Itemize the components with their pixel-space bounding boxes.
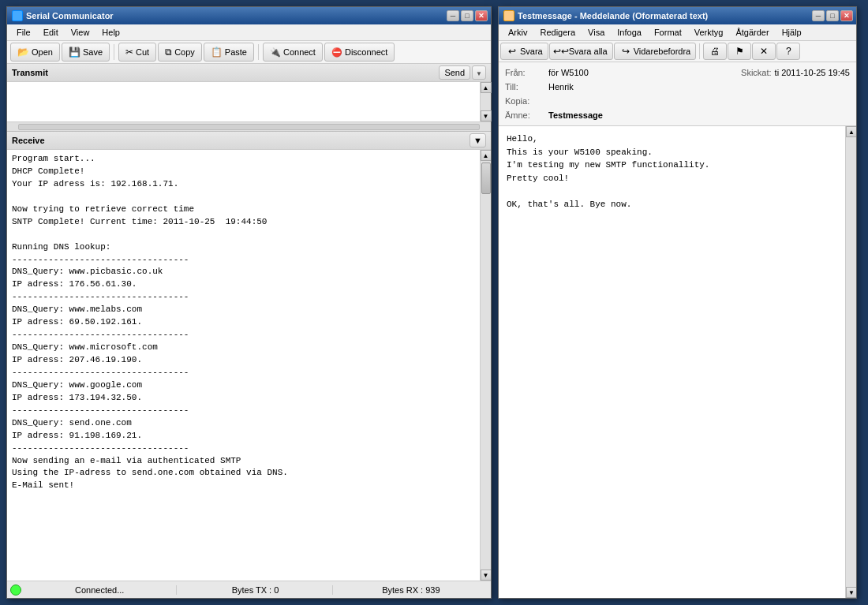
receive-scroll-thumb[interactable] bbox=[481, 162, 491, 194]
connect-icon bbox=[270, 47, 281, 58]
copy-button[interactable]: Copy bbox=[158, 43, 202, 62]
cut-button[interactable]: Cut bbox=[118, 43, 156, 62]
serial-minimize-button[interactable]: ─ bbox=[447, 10, 459, 21]
email-title-label: Testmessage - Meddelande (Oformaterad te… bbox=[518, 11, 708, 21]
bytes-tx-status: Bytes TX : 0 bbox=[178, 585, 332, 595]
receive-label: Receive bbox=[12, 136, 45, 145]
send-button[interactable]: Send bbox=[439, 65, 470, 80]
save-button[interactable]: Save bbox=[62, 43, 110, 62]
open-icon bbox=[17, 47, 29, 58]
receive-dropdown-icon: ▼ bbox=[473, 136, 482, 145]
email-toolbar-sep-1 bbox=[699, 43, 700, 59]
from-row: Från: för W5100 Skickat: ti 2011-10-25 1… bbox=[505, 65, 850, 80]
send-dropdown-button[interactable] bbox=[472, 65, 486, 80]
paste-icon bbox=[211, 47, 223, 58]
to-row: Till: Henrik bbox=[505, 80, 850, 94]
email-vscroll[interactable]: ▲ ▼ bbox=[845, 126, 856, 598]
send-dropdown-icon bbox=[476, 68, 482, 77]
vidarebefordra-button[interactable]: ↪ Vidarebefordra bbox=[614, 43, 697, 60]
help-icon: ? bbox=[782, 45, 795, 58]
email-toolbar: ↩ Svara ↩↩ Svara alla ↪ Vidarebefordra 🖨… bbox=[499, 41, 856, 62]
serial-close-button[interactable]: ✕ bbox=[475, 10, 488, 21]
toolbar-sep-2 bbox=[258, 44, 259, 60]
email-menu-hjalp[interactable]: Hjälp bbox=[776, 26, 808, 39]
serial-menu-bar: File Edit View Help bbox=[7, 24, 491, 41]
paste-button[interactable]: Paste bbox=[204, 43, 254, 62]
serial-menu-edit[interactable]: Edit bbox=[37, 26, 65, 39]
cut-icon bbox=[125, 47, 133, 58]
from-value: för W5100 bbox=[548, 68, 741, 77]
receive-body: Program start... DHCP Complete! Your IP … bbox=[7, 150, 480, 581]
transmit-hscroll[interactable] bbox=[7, 121, 491, 131]
disconnect-icon bbox=[331, 47, 342, 58]
sent-label: Skickat: bbox=[741, 68, 772, 77]
email-menu-redigera[interactable]: Redigera bbox=[533, 26, 582, 39]
serial-menu-help[interactable]: Help bbox=[95, 26, 126, 39]
transmit-input-row: ▲ ▼ bbox=[7, 82, 491, 121]
flag-button[interactable]: ⚑ bbox=[728, 43, 751, 60]
receive-body-row: Program start... DHCP Complete! Your IP … bbox=[7, 150, 491, 581]
email-menu-infoga[interactable]: Infoga bbox=[611, 26, 648, 39]
serial-title-bar: Serial Communicator ─ □ ✕ bbox=[7, 7, 491, 24]
email-scroll-up[interactable]: ▲ bbox=[846, 126, 856, 137]
svara-button[interactable]: ↩ Svara bbox=[500, 43, 548, 60]
delete-icon: ✕ bbox=[758, 45, 770, 58]
flag-icon: ⚑ bbox=[733, 45, 746, 58]
transmit-textarea[interactable] bbox=[7, 82, 480, 121]
svara-icon: ↩ bbox=[506, 45, 518, 58]
email-window-controls: ─ □ ✕ bbox=[812, 10, 853, 21]
svara-alla-icon: ↩↩ bbox=[555, 45, 567, 58]
receive-section: Receive ▼ Program start... DHCP Complete… bbox=[7, 132, 491, 581]
disconnect-button[interactable]: Disconnect bbox=[324, 43, 395, 62]
svara-alla-button[interactable]: ↩↩ Svara alla bbox=[549, 43, 613, 60]
email-menu-atgarder[interactable]: Åtgärder bbox=[729, 26, 775, 39]
serial-status-bar: Connected... Bytes TX : 0 Bytes RX : 939 bbox=[7, 581, 491, 598]
email-menu-format[interactable]: Format bbox=[648, 26, 688, 39]
bytes-rx-status: Bytes RX : 939 bbox=[335, 585, 488, 595]
email-menu-visa[interactable]: Visa bbox=[582, 26, 611, 39]
transmit-section: Transmit Send ▲ ▼ bbox=[7, 64, 491, 132]
connect-button[interactable]: Connect bbox=[263, 43, 323, 62]
to-label: Till: bbox=[505, 82, 548, 91]
email-menu-verktyg[interactable]: Verktyg bbox=[688, 26, 730, 39]
receive-vscroll[interactable]: ▲ ▼ bbox=[480, 150, 491, 581]
receive-dropdown-button[interactable]: ▼ bbox=[470, 133, 486, 148]
connection-indicator bbox=[10, 584, 21, 596]
copy-icon bbox=[165, 47, 172, 58]
receive-scroll-up[interactable]: ▲ bbox=[481, 150, 492, 161]
email-title-text: Testmessage - Meddelande (Oformaterad te… bbox=[503, 10, 708, 21]
transmit-label: Transmit bbox=[12, 68, 48, 77]
serial-maximize-button[interactable]: □ bbox=[461, 10, 473, 21]
email-maximize-button[interactable]: □ bbox=[826, 10, 839, 21]
transmit-controls: Send bbox=[439, 65, 486, 80]
delete-button[interactable]: ✕ bbox=[752, 43, 776, 60]
email-app-icon bbox=[503, 10, 514, 21]
open-button[interactable]: Open bbox=[10, 43, 60, 62]
serial-window-controls: ─ □ ✕ bbox=[447, 10, 488, 21]
email-scroll-track bbox=[846, 137, 856, 587]
receive-text: Program start... DHCP Complete! Your IP … bbox=[7, 150, 480, 581]
cc-label: Kopia: bbox=[505, 96, 548, 106]
help-button[interactable]: ? bbox=[776, 43, 800, 60]
transmit-scroll-down[interactable]: ▼ bbox=[481, 110, 492, 121]
from-label: Från: bbox=[505, 68, 548, 77]
email-close-button[interactable]: ✕ bbox=[840, 10, 853, 21]
email-body: Hello, This is your W5100 speaking. I'm … bbox=[499, 126, 856, 598]
serial-title-text: Serial Communicator bbox=[12, 10, 114, 21]
transmit-vscroll[interactable]: ▲ ▼ bbox=[480, 82, 491, 121]
email-menu-arkiv[interactable]: Arkiv bbox=[502, 26, 533, 39]
serial-menu-file[interactable]: File bbox=[10, 26, 37, 39]
serial-window: Serial Communicator ─ □ ✕ File Edit View… bbox=[6, 6, 492, 599]
receive-scroll-down[interactable]: ▼ bbox=[481, 570, 492, 581]
vidarebefordra-icon: ↪ bbox=[619, 45, 632, 58]
print-button[interactable]: 🖨 bbox=[703, 43, 727, 60]
receive-header: Receive ▼ bbox=[7, 132, 491, 150]
email-title-bar: Testmessage - Meddelande (Oformaterad te… bbox=[499, 7, 856, 24]
transmit-scroll-up[interactable]: ▲ bbox=[481, 82, 492, 93]
sent-value: ti 2011-10-25 19:45 bbox=[775, 68, 850, 77]
email-minimize-button[interactable]: ─ bbox=[812, 10, 825, 21]
email-scroll-down[interactable]: ▼ bbox=[846, 587, 856, 598]
serial-menu-view[interactable]: View bbox=[65, 26, 96, 39]
email-body-container: Från: för W5100 Skickat: ti 2011-10-25 1… bbox=[499, 62, 856, 598]
subject-row: Ämne: Testmessage bbox=[505, 108, 850, 122]
